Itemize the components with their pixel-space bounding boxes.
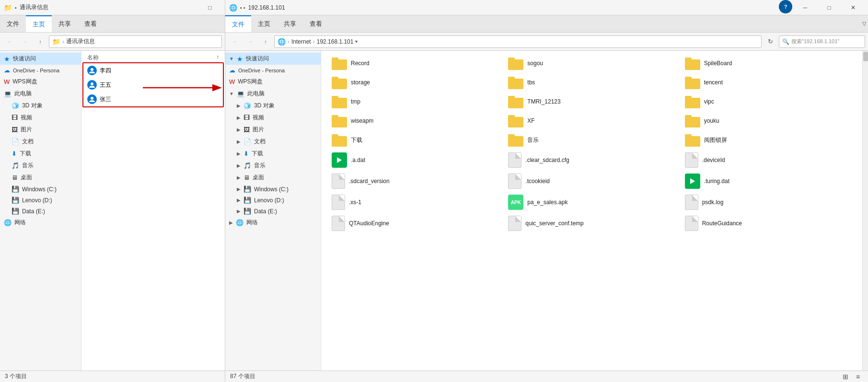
file-item[interactable]: tbs xyxy=(505,74,678,91)
left-sidebar-label-3d: 3D 对象 xyxy=(22,102,43,110)
right-refresh-btn[interactable]: ↻ xyxy=(764,35,777,48)
file-item[interactable]: 音乐 xyxy=(505,131,678,149)
left-sidebar-item-pc[interactable]: 💻 此电脑 xyxy=(0,88,81,100)
right-search-box[interactable]: 🔍 搜索"192.168.1.101" xyxy=(779,35,865,48)
left-back-btn[interactable]: ← xyxy=(3,35,16,48)
file-item[interactable]: youku xyxy=(682,112,855,129)
right-sidebar-item-wps[interactable]: W WPS网盘 xyxy=(225,76,321,88)
right-minimize-btn[interactable]: ─ xyxy=(794,0,816,15)
right-sidebar-item-image[interactable]: ▶ 🖼 图片 xyxy=(225,124,321,136)
file-item[interactable]: tmp xyxy=(329,93,501,110)
left-sidebar-item-ddrive[interactable]: 💾 Lenovo (D:) xyxy=(0,195,81,206)
left-sidebar-item-quickaccess[interactable]: ★ 快速访问 xyxy=(0,53,81,65)
right-sidebar-item-ddrive[interactable]: ▶ 💾 Lenovo (D:) xyxy=(225,195,321,206)
left-up-btn[interactable]: ↑ xyxy=(34,35,47,48)
file-item[interactable]: RouteGuidance xyxy=(682,214,855,233)
right-sidebar-item-desktop[interactable]: ▶ 🖥 桌面 xyxy=(225,172,321,184)
left-download-icon: ⬇ xyxy=(12,150,17,157)
vcd-icon xyxy=(685,174,700,189)
left-sidebar-item-music[interactable]: 🎵 音乐 xyxy=(0,160,81,172)
right-status-count: 87 个项目 xyxy=(230,372,255,381)
left-tab-file[interactable]: 文件 xyxy=(0,15,26,32)
right-sidebar-item-download[interactable]: ▶ ⬇ 下载 xyxy=(225,148,321,160)
left-sidebar-item-download[interactable]: ⬇ 下载 xyxy=(0,148,81,160)
file-item[interactable]: Record xyxy=(329,55,501,72)
file-item[interactable]: SpileBoard xyxy=(682,55,855,72)
folder-icon xyxy=(508,114,523,127)
contact-item-lisi[interactable]: 李四 xyxy=(83,63,223,78)
file-item[interactable]: APKpa_e_sales.apk xyxy=(505,193,678,212)
file-item[interactable]: .deviceId xyxy=(682,150,855,170)
left-sidebar-item-cdrive[interactable]: 💾 Windows (C:) xyxy=(0,184,81,195)
file-item[interactable]: .xs-1 xyxy=(329,193,501,212)
right-sidebar-item-onedrive[interactable]: ☁ OneDrive - Persona xyxy=(225,65,321,76)
file-item[interactable]: .tcookieid xyxy=(505,172,678,191)
left-forward-btn[interactable]: → xyxy=(18,35,32,48)
left-address-path[interactable]: 📁 › 通讯录信息 xyxy=(49,35,222,48)
right-tab-home[interactable]: 主页 xyxy=(251,15,277,32)
file-item[interactable]: tencent xyxy=(682,74,855,91)
file-item[interactable]: .turing.dat xyxy=(682,172,855,191)
right-sidebar-item-network[interactable]: ▶ 🌐 网络 xyxy=(225,217,321,229)
file-item[interactable]: quic_server_conf.temp xyxy=(505,214,678,233)
right-view-grid-btn[interactable]: ⊞ xyxy=(840,372,851,382)
right-help-btn[interactable]: ? xyxy=(779,0,792,13)
file-item[interactable]: vipc xyxy=(682,93,855,110)
left-col-name: 名称 xyxy=(87,54,99,62)
file-name: 下载 xyxy=(351,136,362,144)
file-item[interactable]: storage xyxy=(329,74,501,91)
right-sidebar-item-video[interactable]: ▶ 🎞 视频 xyxy=(225,112,321,124)
file-item[interactable]: wiseapm xyxy=(329,112,501,129)
right-sidebar-item-music[interactable]: ▶ 🎵 音乐 xyxy=(225,160,321,172)
file-name: psdk.log xyxy=(702,199,724,206)
right-forward-btn[interactable]: → xyxy=(243,35,257,48)
right-sidebar-item-3d[interactable]: ▶ 🧊 3D 对象 xyxy=(225,100,321,112)
left-tab-share[interactable]: 共享 xyxy=(52,15,78,32)
file-item[interactable]: XF xyxy=(505,112,678,129)
file-item[interactable]: .a.dat xyxy=(329,150,501,170)
left-maximize-btn[interactable]: □ xyxy=(199,0,221,15)
left-sidebar-item-image[interactable]: 🖼 图片 xyxy=(0,124,81,136)
right-tab-view[interactable]: 查看 xyxy=(303,15,329,32)
left-sidebar-item-doc[interactable]: 📄 文档 xyxy=(0,136,81,148)
right-address-path[interactable]: 🌐 › Internet › 192.168.1.101 ▾ xyxy=(274,35,762,48)
right-collapse-icon[interactable]: ▽ xyxy=(862,21,866,27)
file-item[interactable]: 下载 xyxy=(329,131,501,149)
right-up-btn[interactable]: ↑ xyxy=(259,35,272,48)
contact-item-wangwu[interactable]: 王五 xyxy=(83,78,223,92)
left-sidebar-item-desktop[interactable]: 🖥 桌面 xyxy=(0,172,81,184)
right-sidebar-item-doc[interactable]: ▶ 📄 文档 xyxy=(225,136,321,148)
file-item[interactable]: TMRI_12123 xyxy=(505,93,678,110)
file-name: .turing.dat xyxy=(704,178,729,185)
left-edrive-icon: 💾 xyxy=(12,208,19,215)
left-sidebar-item-wps[interactable]: W WPS网盘 xyxy=(0,76,81,88)
left-sidebar-item-network[interactable]: 🌐 网络 xyxy=(0,217,81,229)
right-tab-file[interactable]: 文件 xyxy=(225,15,251,32)
right-path-dropdown[interactable]: ▾ xyxy=(355,39,358,44)
right-scroll-thumb[interactable] xyxy=(863,52,868,61)
left-tab-view[interactable]: 查看 xyxy=(78,15,104,32)
right-tab-share[interactable]: 共享 xyxy=(277,15,303,32)
right-sidebar-item-pc[interactable]: ▼ 💻 此电脑 xyxy=(225,88,321,100)
file-item[interactable]: 阅图锁屏 xyxy=(682,131,855,149)
right-view-list-btn[interactable]: ≡ xyxy=(853,372,863,382)
right-sidebar-item-quickaccess[interactable]: ▼ ★ 快速访问 xyxy=(225,53,321,65)
right-close-btn[interactable]: ✕ xyxy=(842,0,864,15)
file-item[interactable]: .clear_sdcard.cfg xyxy=(505,150,678,170)
left-sidebar-item-onedrive[interactable]: ☁ OneDrive - Persona xyxy=(0,65,81,76)
right-back-btn[interactable]: ← xyxy=(228,35,242,48)
right-sidebar-item-cdrive[interactable]: ▶ 💾 Windows (C:) xyxy=(225,184,321,195)
left-sidebar-item-edrive[interactable]: 💾 Data (E:) xyxy=(0,206,81,217)
file-item[interactable]: QTAudioEngine xyxy=(329,214,501,233)
left-sidebar-item-video[interactable]: 🎞 视频 xyxy=(0,112,81,124)
right-maximize-btn[interactable]: □ xyxy=(818,0,840,15)
file-item[interactable]: .sdcard_version xyxy=(329,172,501,191)
contact-item-zhangsan[interactable]: 张三 xyxy=(83,92,223,106)
left-sidebar-item-3d[interactable]: 🧊 3D 对象 xyxy=(0,100,81,112)
left-tab-home[interactable]: 主页 xyxy=(26,15,52,32)
right-scrollbar[interactable] xyxy=(862,51,868,370)
left-col-sort[interactable]: ↑ xyxy=(216,54,219,62)
file-item[interactable]: sogou xyxy=(505,55,678,72)
right-sidebar-item-edrive[interactable]: ▶ 💾 Data (E:) xyxy=(225,206,321,217)
file-item[interactable]: psdk.log xyxy=(682,193,855,212)
